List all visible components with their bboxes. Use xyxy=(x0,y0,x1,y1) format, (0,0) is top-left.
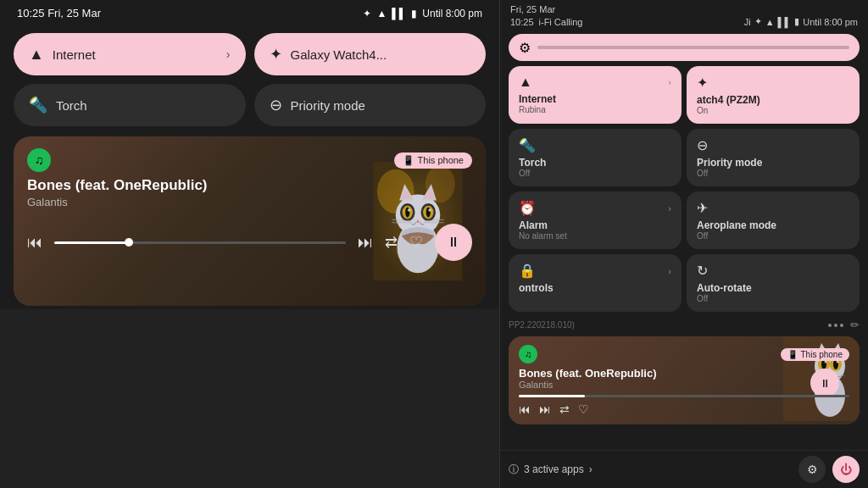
bluetooth-icon: ✦ xyxy=(363,8,371,19)
status-bar-left: 10:25 Fri, 25 Mar ✦ ▲ ▌▌ ▮ Until 8:00 pm xyxy=(0,0,499,26)
bt-icon: ✦ xyxy=(754,16,762,27)
version-row: PP2.220218.010) ✏ xyxy=(500,315,868,335)
media-player: ♫ 📱 This phone Bones (feat. OneRepublic)… xyxy=(14,136,486,306)
progress-dot xyxy=(125,238,133,247)
song-artist: Galantis xyxy=(27,196,472,208)
ji-label: Ji xyxy=(744,17,751,27)
right-autorotate-header: ↻ xyxy=(697,263,849,279)
torch-tile[interactable]: 🔦 Torch xyxy=(14,84,246,126)
edit-icon[interactable]: ✏ xyxy=(850,319,860,331)
right-alarm-header: ⏰ › xyxy=(519,200,671,216)
settings-button[interactable]: ⚙ xyxy=(798,456,826,483)
right-aeroplane-header: ✈ xyxy=(697,200,849,216)
right-aeroplane-sub: Off xyxy=(697,231,849,241)
left-panel: 10:25 Fri, 25 Mar ✦ ▲ ▌▌ ▮ Until 8:00 pm… xyxy=(0,0,500,488)
active-apps[interactable]: ⓘ 3 active apps › xyxy=(509,463,593,477)
right-autorotate-label: Auto-rotate xyxy=(697,282,849,294)
right-status-bar-row1: Fri, 25 Mar xyxy=(500,0,868,16)
right-song-title: Bones (feat. OneRepublic) xyxy=(519,367,849,380)
galaxy-watch-tile[interactable]: ✦ Galaxy Watch4... xyxy=(254,33,487,75)
power-button[interactable]: ⏻ xyxy=(832,456,860,483)
shuffle-button[interactable]: ⇄ xyxy=(385,233,398,252)
right-progress-bar[interactable] xyxy=(519,395,849,397)
phone-icon: 📱 xyxy=(403,155,415,166)
torch-label: Torch xyxy=(56,98,231,113)
right-spotify-icon: ♫ xyxy=(519,345,537,363)
prev-button[interactable]: ⏮ xyxy=(27,234,42,252)
right-internet-header: ▲ › xyxy=(519,75,671,90)
bottom-area xyxy=(0,309,499,488)
brightness-icon: ⚙ xyxy=(519,40,531,56)
right-time: 10:25 xyxy=(510,17,534,27)
brightness-track[interactable] xyxy=(537,46,849,49)
battery-icon: ▮ xyxy=(411,8,417,19)
status-icons: ✦ ▲ ▌▌ ▮ Until 8:00 pm xyxy=(363,8,482,19)
right-watch-label: atch4 (PZ2M) xyxy=(697,94,849,106)
internet-tile[interactable]: ▲ Internet › xyxy=(14,33,246,75)
right-shuffle-button[interactable]: ⇄ xyxy=(559,402,570,416)
version-text: PP2.220218.010) xyxy=(509,320,575,330)
next-button[interactable]: ⏭ xyxy=(358,234,373,252)
right-wifi-icon: ▲ xyxy=(519,75,532,90)
right-prev-button[interactable]: ⏮ xyxy=(519,402,531,416)
right-status-bar-row2: 10:25 i-Fi Calling Ji ✦ ▲ ▌▌ ▮ Until 8:0… xyxy=(500,16,868,30)
right-pause-button[interactable]: ⏸ xyxy=(810,369,839,397)
spotify-icon: ♫ xyxy=(27,148,51,172)
right-alarm-tile[interactable]: ⏰ › Alarm No alarm set xyxy=(509,191,682,249)
right-qs-row-1: ▲ › Internet Rubina ✦ atch4 (PZ2M) On xyxy=(509,66,860,124)
heart-button[interactable]: ♡ xyxy=(409,233,423,252)
right-watch-sub: On xyxy=(697,106,849,115)
right-internet-tile[interactable]: ▲ › Internet Rubina xyxy=(509,66,682,124)
right-autorotate-tile[interactable]: ↻ Auto-rotate Off xyxy=(687,254,860,312)
right-alarm-chevron: › xyxy=(668,203,671,214)
right-aeroplane-label: Aeroplane mode xyxy=(697,219,849,231)
right-priority-icon: ⊖ xyxy=(697,137,708,153)
carrier-text: i-Fi Calling xyxy=(539,17,583,27)
right-media-player: ♫ 📱 This phone Bones (feat. OneRepublic)… xyxy=(509,336,860,424)
right-aeroplane-icon: ✈ xyxy=(697,200,708,216)
pause-button[interactable]: ⏸ xyxy=(435,224,472,261)
right-this-phone-label: This phone xyxy=(801,350,843,359)
internet-label: Internet xyxy=(53,47,218,62)
dot-3 xyxy=(840,324,843,327)
right-priority-tile[interactable]: ⊖ Priority mode Off xyxy=(687,129,860,186)
right-heart-button[interactable]: ♡ xyxy=(578,402,589,416)
this-phone-badge: 📱 This phone xyxy=(394,152,472,169)
right-qs-row-2: 🔦 Torch Off ⊖ Priority mode Off xyxy=(509,129,860,186)
right-controls-tile[interactable]: 🔒 › ontrols xyxy=(509,254,682,312)
right-media-content: ♫ 📱 This phone Bones (feat. OneRepublic)… xyxy=(519,345,849,416)
right-chevron-icon: › xyxy=(668,77,671,87)
right-torch-tile[interactable]: 🔦 Torch Off xyxy=(509,129,682,186)
right-torch-header: 🔦 xyxy=(519,137,671,153)
info-icon: ⓘ xyxy=(509,463,519,477)
bluetooth-icon: ✦ xyxy=(270,45,282,64)
signal-icon: ▌▌ xyxy=(778,17,792,27)
right-watch-tile[interactable]: ✦ atch4 (PZ2M) On xyxy=(687,66,860,124)
progress-bar[interactable] xyxy=(54,241,346,244)
bottom-icons: ⚙ ⏻ xyxy=(798,456,860,483)
right-until: Until 8:00 pm xyxy=(803,17,858,27)
right-song-artist: Galantis xyxy=(519,380,849,390)
right-lock-icon: 🔒 xyxy=(519,263,536,279)
right-next-button[interactable]: ⏭ xyxy=(539,402,551,416)
this-phone-label: This phone xyxy=(418,155,464,165)
active-apps-chevron: › xyxy=(589,463,593,475)
brightness-bar[interactable]: ⚙ xyxy=(509,34,860,61)
right-progress-fill xyxy=(519,395,585,397)
dots-menu[interactable] xyxy=(828,324,843,327)
galaxy-watch-label: Galaxy Watch4... xyxy=(291,47,471,62)
priority-mode-icon: ⊖ xyxy=(270,96,282,114)
media-header: ♫ 📱 This phone xyxy=(27,148,472,172)
right-aeroplane-tile[interactable]: ✈ Aeroplane mode Off xyxy=(687,191,860,249)
priority-mode-tile[interactable]: ⊖ Priority mode xyxy=(254,84,487,126)
right-autorotate-sub: Off xyxy=(697,294,849,303)
right-media-controls: ⏮ ⏭ ⇄ ♡ xyxy=(519,402,849,416)
battery-icon: ▮ xyxy=(794,16,799,27)
right-watch-header: ✦ xyxy=(697,75,849,91)
chevron-icon: › xyxy=(226,47,231,61)
media-extra-controls: ⏮ ⏭ ⇄ ♡ ⏸ xyxy=(27,224,472,261)
right-torch-sub: Off xyxy=(519,169,671,178)
right-phone-icon: 📱 xyxy=(787,350,798,359)
priority-mode-label: Priority mode xyxy=(291,98,471,113)
torch-icon: 🔦 xyxy=(29,96,47,114)
